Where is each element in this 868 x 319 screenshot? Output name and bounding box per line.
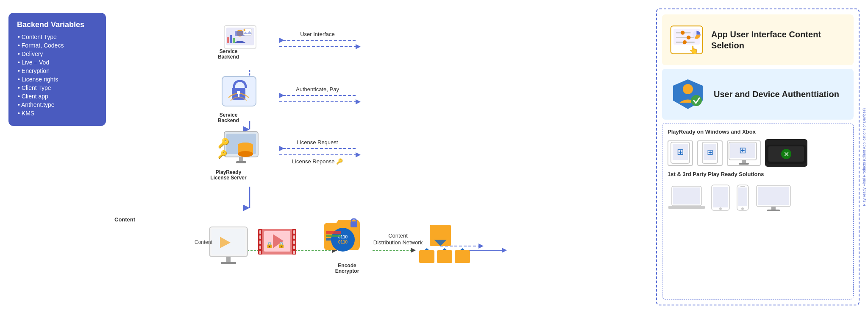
list-item: Client app (17, 93, 97, 100)
svg-text:License Reponse 🔑: License Reponse 🔑 (292, 158, 343, 165)
svg-text:Service: Service (220, 48, 238, 54)
svg-text:License Request: License Request (297, 139, 338, 146)
svg-rect-71 (293, 230, 295, 234)
svg-point-121 (719, 207, 722, 210)
list-item: Content Type (17, 34, 97, 40)
svg-text:License Server: License Server (210, 175, 247, 181)
auth-section: User and Device Authenttiation (662, 69, 854, 120)
list-item: License rights (17, 76, 97, 83)
svg-rect-74 (293, 246, 295, 249)
list-item: Format, Codecs (17, 42, 97, 49)
svg-point-99 (683, 84, 693, 94)
vertical-label-text: PlayReady Final Products (Client Applica… (862, 108, 866, 206)
svg-rect-66 (259, 230, 261, 234)
svg-text:👆: 👆 (689, 45, 699, 55)
auth-icon (669, 77, 707, 111)
svg-rect-33 (238, 93, 239, 97)
svg-rect-75 (293, 251, 295, 254)
svg-point-124 (741, 207, 744, 210)
svg-rect-82 (419, 250, 434, 263)
svg-rect-83 (437, 250, 452, 263)
svg-rect-118 (668, 206, 705, 209)
tablet-portrait-icon (710, 184, 731, 212)
svg-text:Encryptor: Encryptor (335, 268, 359, 274)
svg-text:Content: Content (388, 232, 408, 239)
svg-rect-54 (351, 221, 357, 227)
svg-rect-67 (259, 235, 261, 239)
svg-marker-87 (460, 248, 465, 250)
svg-text:User Interface: User Interface (300, 31, 335, 37)
svg-text:0110: 0110 (338, 240, 348, 244)
svg-rect-68 (259, 241, 261, 244)
backend-list: Content Type Format, Codecs Delivery Liv… (17, 34, 97, 117)
backend-title: Backend Variables (17, 20, 97, 29)
svg-rect-27 (233, 38, 235, 43)
svg-rect-111 (739, 163, 749, 165)
list-item: KMS (17, 110, 97, 117)
monitor2-icon (754, 184, 793, 212)
svg-point-41 (238, 143, 253, 148)
svg-point-100 (691, 95, 702, 106)
svg-text:🔑: 🔑 (218, 150, 228, 159)
svg-rect-53 (326, 238, 337, 241)
svg-rect-59 (226, 257, 231, 263)
list-item: Delivery (17, 50, 97, 57)
svg-point-95 (683, 40, 687, 44)
svg-point-91 (681, 31, 684, 35)
phone-icon (735, 184, 750, 212)
svg-point-93 (687, 36, 690, 39)
devices-section: PlayReady on Windows and Xbox ⊞ (662, 123, 854, 299)
svg-text:Authenticate, Pay: Authenticate, Pay (296, 86, 339, 92)
svg-rect-70 (259, 251, 261, 254)
svg-marker-85 (424, 248, 429, 250)
svg-rect-127 (758, 187, 789, 205)
svg-rect-120 (713, 187, 728, 207)
svg-rect-45 (236, 161, 246, 163)
app-ui-title: App User Interface Content Seletion (711, 29, 847, 51)
svg-rect-61 (211, 229, 245, 255)
svg-text:Backend: Backend (218, 118, 239, 123)
list-item: Anthent.type (17, 101, 97, 108)
app-ui-icon: 👆 (669, 23, 704, 57)
third-party-row (668, 184, 848, 212)
monitor-icon: ⊞ (727, 140, 761, 166)
diagram-svg: User Interface Authenticate, Pay License… (114, 8, 648, 311)
third-party-label: 1st & 3rd Party Play Ready Solutions (668, 171, 848, 177)
svg-text:Backend: Backend (218, 54, 239, 60)
svg-rect-110 (742, 160, 746, 163)
svg-text:⊞: ⊞ (677, 147, 684, 157)
svg-rect-129 (767, 210, 780, 211)
svg-rect-72 (293, 235, 295, 239)
svg-text:Distribution Network: Distribution Network (373, 239, 423, 246)
svg-rect-69 (259, 246, 261, 249)
svg-rect-60 (221, 262, 236, 264)
svg-rect-128 (771, 207, 776, 210)
svg-text:✕: ✕ (784, 151, 789, 158)
svg-rect-26 (230, 35, 232, 43)
svg-rect-73 (293, 241, 295, 244)
svg-rect-117 (673, 187, 700, 204)
svg-rect-51 (326, 231, 341, 234)
panel-vertical-label: PlayReady Final Products (Client Applica… (862, 9, 866, 305)
svg-rect-123 (738, 187, 747, 206)
svg-text:Service: Service (220, 112, 238, 118)
svg-rect-125 (740, 186, 745, 187)
tablet2-icon: ⊞ (697, 140, 723, 166)
right-panel: 👆 App User Interface Content Seletion (656, 8, 860, 305)
svg-text:⊞: ⊞ (739, 146, 746, 155)
xbox-icon: ✕ (765, 139, 807, 167)
diagram-area: User Interface Authenticate, Pay License… (114, 8, 648, 311)
svg-marker-86 (442, 248, 447, 250)
svg-text:⊞: ⊞ (707, 148, 713, 157)
list-item: Live – Vod (17, 59, 97, 66)
svg-text:🔑: 🔑 (218, 137, 230, 149)
svg-rect-52 (326, 235, 341, 237)
right-panel-outer: 👆 App User Interface Content Seletion (656, 8, 860, 311)
svg-point-24 (244, 29, 245, 31)
backend-panel: Backend Variables Content Type Format, C… (8, 13, 106, 126)
list-item: Encryption (17, 67, 97, 74)
tablet-icon: ⊞ (668, 140, 693, 166)
laptop-icon (668, 184, 706, 212)
windows-xbox-row: ⊞ ⊞ (668, 139, 848, 167)
windows-xbox-label: PlayReady on Windows and Xbox (668, 129, 848, 135)
